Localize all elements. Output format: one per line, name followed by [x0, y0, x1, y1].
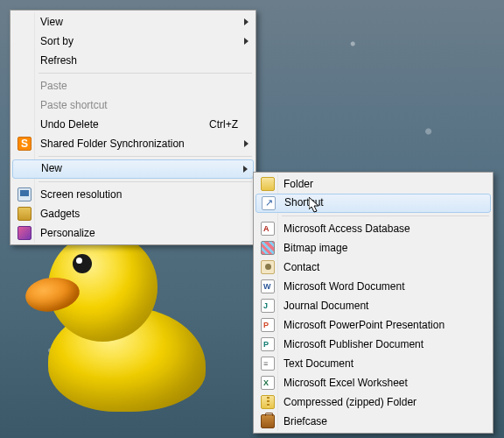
menu-item-label: Compressed (zipped) Folder	[284, 396, 475, 408]
menu-item-label: Journal Document	[284, 300, 475, 312]
briefcase-icon	[261, 414, 275, 428]
menu-item-label: Screen resolution	[40, 188, 238, 201]
access-icon: A	[261, 222, 275, 236]
menu-item-new[interactable]: New	[12, 159, 254, 179]
submenu-item-briefcase[interactable]: Briefcase	[256, 412, 491, 431]
menu-item-paste-shortcut: Paste shortcut	[12, 95, 254, 115]
menu-item-label: Gadgets	[40, 208, 238, 220]
publisher-icon: P	[261, 337, 275, 351]
submenu-item-excel[interactable]: X Microsoft Excel Worksheet	[256, 373, 491, 392]
submenu-arrow-icon	[244, 18, 248, 25]
menu-item-label: Refresh	[40, 54, 238, 67]
submenu-item-journal[interactable]: J Journal Document	[256, 296, 491, 315]
menu-item-label: Paste	[40, 80, 238, 92]
desktop-context-menu: View Sort by Refresh Paste Paste shortcu…	[10, 10, 256, 245]
bitmap-icon	[261, 241, 275, 255]
menu-item-label: Paste shortcut	[40, 99, 238, 111]
folder-icon	[261, 177, 275, 191]
menu-item-label: Personalize	[40, 227, 238, 239]
powerpoint-icon: P	[261, 318, 275, 332]
submenu-arrow-icon	[243, 166, 248, 173]
menu-item-shared-folder-sync[interactable]: S Shared Folder Synchronization	[12, 134, 254, 153]
submenu-item-publisher[interactable]: P Microsoft Publisher Document	[256, 335, 491, 354]
menu-separator	[38, 73, 252, 74]
menu-item-refresh[interactable]: Refresh	[12, 51, 254, 70]
menu-item-label: Undo Delete	[40, 118, 199, 131]
new-submenu: Folder Shortcut A Microsoft Access Datab…	[253, 172, 494, 434]
menu-item-label: Folder	[284, 178, 475, 190]
menu-item-label: Text Document	[284, 357, 475, 370]
menu-item-view[interactable]: View	[12, 12, 254, 32]
excel-icon: X	[261, 376, 275, 390]
menu-item-label: Briefcase	[284, 415, 475, 427]
word-icon: W	[261, 279, 275, 293]
menu-item-label: Shortcut	[284, 196, 474, 208]
submenu-item-access[interactable]: A Microsoft Access Database	[256, 219, 491, 238]
menu-item-personalize[interactable]: Personalize	[12, 223, 254, 243]
zip-folder-icon	[261, 395, 275, 409]
submenu-item-powerpoint[interactable]: P Microsoft PowerPoint Presentation	[256, 315, 491, 335]
monitor-icon	[18, 187, 32, 201]
menu-item-gadgets[interactable]: Gadgets	[12, 204, 254, 223]
menu-item-sort-by[interactable]: Sort by	[12, 32, 254, 51]
gadgets-icon	[18, 207, 32, 221]
menu-item-shortcut: Ctrl+Z	[209, 118, 238, 131]
shortcut-icon	[262, 196, 276, 210]
submenu-item-text[interactable]: ≡ Text Document	[256, 354, 491, 373]
menu-item-label: Microsoft Word Document	[284, 280, 475, 293]
text-file-icon: ≡	[261, 357, 275, 371]
personalize-icon	[18, 226, 32, 240]
menu-item-label: View	[40, 16, 238, 28]
menu-item-label: Shared Folder Synchronization	[40, 138, 238, 150]
submenu-item-zip[interactable]: Compressed (zipped) Folder	[256, 392, 491, 412]
menu-item-label: New	[41, 162, 237, 174]
menu-item-label: Microsoft Access Database	[284, 223, 475, 235]
submenu-arrow-icon	[244, 140, 248, 147]
menu-item-undo-delete[interactable]: Undo Delete Ctrl+Z	[12, 115, 254, 134]
menu-item-label: Microsoft Excel Worksheet	[284, 377, 475, 389]
rubber-duck-image	[22, 228, 223, 412]
menu-item-screen-resolution[interactable]: Screen resolution	[12, 185, 254, 204]
submenu-item-contact[interactable]: Contact	[256, 258, 491, 277]
journal-icon: J	[261, 299, 275, 313]
sync-icon: S	[18, 137, 32, 151]
menu-item-paste: Paste	[12, 76, 254, 95]
menu-item-label: Microsoft PowerPoint Presentation	[284, 319, 475, 331]
contact-icon	[261, 260, 275, 274]
menu-separator	[38, 181, 252, 182]
submenu-item-word[interactable]: W Microsoft Word Document	[256, 277, 491, 296]
submenu-item-folder[interactable]: Folder	[256, 174, 491, 194]
menu-separator	[38, 156, 252, 157]
menu-item-label: Sort by	[40, 35, 238, 47]
menu-item-label: Microsoft Publisher Document	[284, 338, 475, 350]
submenu-item-bitmap[interactable]: Bitmap image	[256, 238, 491, 258]
menu-separator	[282, 215, 489, 216]
submenu-arrow-icon	[244, 38, 248, 45]
submenu-item-shortcut[interactable]: Shortcut	[256, 194, 491, 213]
menu-item-label: Contact	[284, 261, 475, 273]
menu-item-label: Bitmap image	[284, 242, 475, 254]
